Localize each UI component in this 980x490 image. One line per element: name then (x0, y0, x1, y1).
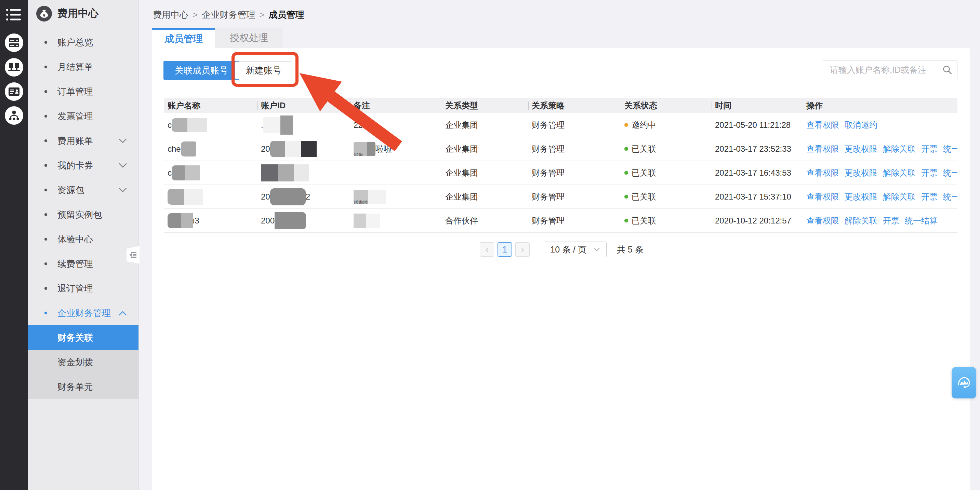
sidebar-submenu: 财务关联资金划拨财务单元 (28, 325, 138, 399)
cell-text: c (167, 168, 172, 178)
action-link[interactable]: 查看权限 (806, 144, 839, 154)
table-body: c.222企业集团财务管理邀约中2021-05-20 11:21:28查看权限取… (164, 113, 958, 233)
redaction-blob (172, 165, 185, 181)
search-input[interactable] (823, 60, 958, 79)
sidebar-menu: 账户总览 月结算单 订单管理 发票管理 费用账单 我的卡券 资源包 预留实例包 … (28, 30, 138, 325)
bullet-icon (45, 238, 47, 241)
tab-active[interactable]: 成员管理 (152, 28, 215, 48)
search-icon[interactable] (942, 65, 952, 75)
sidebar-item[interactable]: 体验中心 (28, 227, 138, 252)
status-label: 已关联 (632, 144, 656, 154)
sidebar-item[interactable]: 订单管理 (28, 79, 138, 104)
bullet-icon (45, 90, 47, 93)
menu-icon[interactable] (6, 8, 22, 21)
sidebar-item[interactable]: 续费管理 (28, 252, 138, 276)
new-account-button[interactable]: 新建账号 (235, 62, 292, 79)
sidebar-subitem[interactable]: 资金划拨 (28, 350, 138, 374)
action-link[interactable]: 统一结算 (943, 191, 958, 202)
sidebar-item[interactable]: 我的卡券 (28, 153, 138, 178)
cell-relation-strategy: 财务管理 (528, 215, 621, 226)
cell-text: 200 (261, 216, 275, 225)
action-link[interactable]: 开票 (921, 167, 938, 178)
action-link[interactable]: 统一结算 (943, 167, 958, 178)
collapse-sidebar-handle[interactable] (127, 246, 140, 264)
chevron-down-icon (119, 163, 127, 168)
action-link[interactable]: 更改权限 (845, 144, 877, 154)
sidebar-item-label: 体验中心 (57, 233, 93, 245)
tab-inactive[interactable]: 授权处理 (215, 28, 283, 48)
bullet-icon (45, 164, 47, 167)
action-link[interactable]: 更改权限 (845, 191, 877, 202)
page-number[interactable]: 1 (498, 242, 512, 257)
action-link[interactable]: 开票 (921, 144, 938, 154)
total-count: 共 5 条 (617, 244, 644, 255)
breadcrumb: 费用中心>企业财务管理>成员管理 (153, 9, 304, 21)
breadcrumb-item[interactable]: 企业财务管理 (202, 10, 255, 20)
cell-account-name: i3 (164, 213, 258, 228)
sidebar-item[interactable]: 账户总览 (28, 30, 138, 55)
sidebar-subitem-label: 资金划拨 (57, 357, 93, 368)
cell-remark (350, 214, 442, 228)
cell-time: 2021-03-17 23:52:33 (711, 144, 803, 154)
cell-relation-strategy: 财务管理 (528, 120, 621, 130)
action-link[interactable]: 解除关联 (883, 191, 916, 202)
redaction-blob (181, 213, 193, 228)
sidebar-item-label: 续费管理 (57, 258, 93, 270)
cell-text: che (167, 144, 181, 154)
page-size-select[interactable]: 10 条 / 页 (544, 242, 606, 257)
action-link[interactable]: 更改权限 (845, 167, 877, 178)
action-link[interactable]: 查看权限 (806, 167, 839, 178)
chevron-down-icon (119, 138, 127, 144)
workstation-icon[interactable] (5, 58, 23, 76)
action-link[interactable]: 查看权限 (806, 215, 839, 226)
action-link[interactable]: 取消邀约 (845, 120, 877, 130)
cell-account-id: 20 (258, 141, 350, 157)
prev-page-button[interactable]: ‹ (480, 242, 494, 257)
redaction-blob (270, 141, 285, 157)
sidebar-item[interactable]: 预留实例包 (28, 202, 138, 227)
link-member-account-button[interactable]: 关联成员账号 (164, 61, 239, 80)
sidebar-item[interactable]: 资源包 (28, 178, 138, 202)
bullet-icon (45, 66, 47, 68)
customer-service-icon (956, 374, 972, 391)
sidebar-item[interactable]: 企业财务管理 (28, 301, 138, 325)
sidebar-subitem[interactable]: 财务单元 (28, 374, 138, 399)
cell-relation-type: 合作伙伴 (442, 215, 528, 226)
redaction-blob (275, 212, 306, 229)
sidebar-item[interactable]: 月结算单 (28, 55, 138, 79)
cell-relation-type: 企业集团 (442, 144, 528, 154)
cell-text: i3 (193, 216, 199, 225)
sidebar-item[interactable]: 退订管理 (28, 276, 138, 301)
redaction-blob (167, 189, 184, 205)
action-link[interactable]: 统一结算 (943, 144, 958, 154)
redaction-blob (181, 141, 196, 157)
pagination: ‹ 1 › 10 条 / 页 共 5 条 (164, 242, 958, 257)
org-chart-icon[interactable] (5, 106, 23, 125)
cell-remark: 222 (350, 120, 442, 130)
breadcrumb-item[interactable]: 费用中心 (153, 10, 188, 20)
redaction-blob (167, 213, 181, 228)
action-link[interactable]: 开票 (921, 191, 938, 202)
action-link[interactable]: 查看权限 (806, 191, 839, 202)
id-card-icon[interactable] (5, 82, 23, 101)
action-link[interactable]: 解除关联 (883, 144, 916, 154)
action-link[interactable]: 解除关联 (883, 167, 916, 178)
server-stack-icon[interactable] (5, 33, 23, 52)
action-link[interactable]: 查看权限 (806, 120, 839, 130)
cell-relation-status: 已关联 (621, 144, 711, 154)
action-link[interactable]: 统一结算 (905, 215, 938, 226)
status-label: 已关联 (632, 191, 656, 202)
action-link[interactable]: 解除关联 (845, 215, 877, 226)
redaction-blob (278, 164, 294, 181)
sidebar-subitem[interactable]: 财务关联 (28, 325, 138, 350)
next-page-button[interactable]: › (515, 242, 530, 257)
breadcrumb-item: 成员管理 (269, 10, 304, 20)
table-row: i3200合作伙伴财务管理已关联2020-10-12 20:12:57查看权限解… (164, 209, 958, 233)
sidebar-item[interactable]: 费用账单 (28, 128, 138, 153)
cell-account-id: 202 (258, 188, 350, 205)
redaction-blob: 啦啦啦啦 (353, 190, 368, 204)
action-link[interactable]: 开票 (883, 215, 899, 226)
sidebar-header: ¥ 费用中心 (28, 0, 138, 27)
customer-service-button[interactable] (951, 367, 976, 398)
sidebar-item[interactable]: 发票管理 (28, 104, 138, 128)
